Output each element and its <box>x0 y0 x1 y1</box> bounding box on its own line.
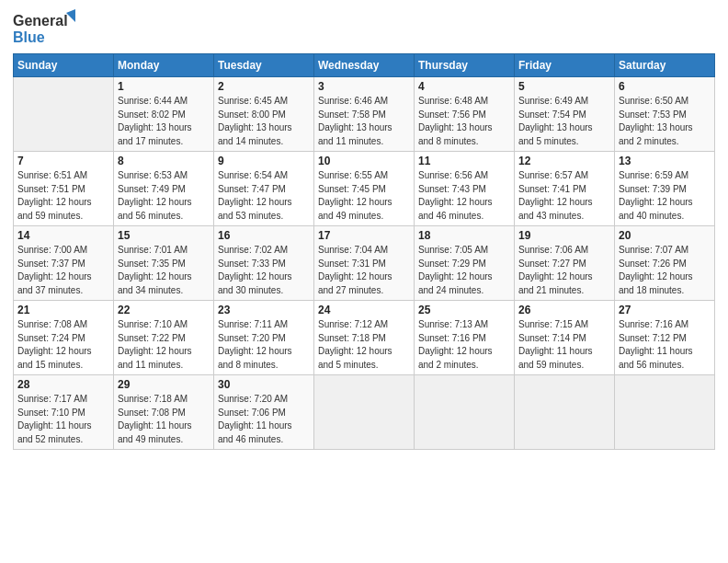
calendar-cell: 6Sunrise: 6:50 AM Sunset: 7:53 PM Daylig… <box>615 77 715 152</box>
calendar-cell: 14Sunrise: 7:00 AM Sunset: 7:37 PM Dayli… <box>14 226 114 301</box>
calendar-week-row: 7Sunrise: 6:51 AM Sunset: 7:51 PM Daylig… <box>14 152 715 226</box>
day-info: Sunrise: 6:55 AM Sunset: 7:45 PM Dayligh… <box>318 169 410 223</box>
day-info: Sunrise: 7:00 AM Sunset: 7:37 PM Dayligh… <box>17 244 109 297</box>
day-number: 27 <box>619 304 711 316</box>
svg-text:General: General <box>13 13 68 29</box>
logo-svg: GeneralBlue <box>13 9 77 48</box>
day-number: 19 <box>518 229 610 242</box>
calendar-week-row: 28Sunrise: 7:17 AM Sunset: 7:10 PM Dayli… <box>14 375 715 450</box>
calendar-cell: 27Sunrise: 7:16 AM Sunset: 7:12 PM Dayli… <box>615 301 715 375</box>
calendar-cell: 17Sunrise: 7:04 AM Sunset: 7:31 PM Dayli… <box>314 226 415 301</box>
calendar-cell <box>515 375 615 450</box>
day-number: 15 <box>118 229 210 242</box>
calendar-cell: 7Sunrise: 6:51 AM Sunset: 7:51 PM Daylig… <box>14 152 114 226</box>
svg-text:Blue: Blue <box>13 29 45 45</box>
day-info: Sunrise: 7:18 AM Sunset: 7:08 PM Dayligh… <box>118 393 210 446</box>
day-number: 29 <box>118 378 210 391</box>
day-info: Sunrise: 7:08 AM Sunset: 7:24 PM Dayligh… <box>17 318 109 372</box>
day-number: 20 <box>619 229 711 242</box>
day-number: 28 <box>17 378 109 391</box>
day-info: Sunrise: 7:04 AM Sunset: 7:31 PM Dayligh… <box>318 244 410 297</box>
calendar-header-row: SundayMondayTuesdayWednesdayThursdayFrid… <box>14 54 715 77</box>
day-number: 10 <box>318 155 410 167</box>
day-info: Sunrise: 6:44 AM Sunset: 8:02 PM Dayligh… <box>118 95 210 148</box>
day-number: 7 <box>17 155 109 167</box>
day-number: 23 <box>218 304 310 316</box>
calendar-cell: 29Sunrise: 7:18 AM Sunset: 7:08 PM Dayli… <box>114 375 214 450</box>
calendar-table: SundayMondayTuesdayWednesdayThursdayFrid… <box>13 53 715 450</box>
calendar-week-row: 21Sunrise: 7:08 AM Sunset: 7:24 PM Dayli… <box>14 301 715 375</box>
calendar-cell: 16Sunrise: 7:02 AM Sunset: 7:33 PM Dayli… <box>214 226 314 301</box>
calendar-cell: 13Sunrise: 6:59 AM Sunset: 7:39 PM Dayli… <box>615 152 715 226</box>
day-info: Sunrise: 7:01 AM Sunset: 7:35 PM Dayligh… <box>118 244 210 297</box>
day-info: Sunrise: 7:10 AM Sunset: 7:22 PM Dayligh… <box>118 318 210 372</box>
calendar-cell <box>314 375 415 450</box>
calendar-cell: 1Sunrise: 6:44 AM Sunset: 8:02 PM Daylig… <box>114 77 214 152</box>
calendar-cell: 28Sunrise: 7:17 AM Sunset: 7:10 PM Dayli… <box>14 375 114 450</box>
day-number: 18 <box>418 229 510 242</box>
day-number: 25 <box>418 304 510 316</box>
logo: GeneralBlue <box>13 9 77 48</box>
day-number: 21 <box>17 304 109 316</box>
calendar-cell: 30Sunrise: 7:20 AM Sunset: 7:06 PM Dayli… <box>214 375 314 450</box>
calendar-header-saturday: Saturday <box>615 54 715 77</box>
calendar-cell: 12Sunrise: 6:57 AM Sunset: 7:41 PM Dayli… <box>515 152 615 226</box>
day-info: Sunrise: 7:17 AM Sunset: 7:10 PM Dayligh… <box>17 393 109 446</box>
day-number: 5 <box>518 80 610 93</box>
day-number: 26 <box>518 304 610 316</box>
calendar-cell: 21Sunrise: 7:08 AM Sunset: 7:24 PM Dayli… <box>14 301 114 375</box>
calendar-cell: 24Sunrise: 7:12 AM Sunset: 7:18 PM Dayli… <box>314 301 415 375</box>
calendar-cell: 3Sunrise: 6:46 AM Sunset: 7:58 PM Daylig… <box>314 77 415 152</box>
day-number: 3 <box>318 80 410 93</box>
day-info: Sunrise: 7:16 AM Sunset: 7:12 PM Dayligh… <box>619 318 711 372</box>
day-number: 11 <box>418 155 510 167</box>
page: GeneralBlue SundayMondayTuesdayWednesday… <box>0 0 728 563</box>
calendar-cell: 11Sunrise: 6:56 AM Sunset: 7:43 PM Dayli… <box>415 152 515 226</box>
day-number: 16 <box>218 229 310 242</box>
calendar-header-thursday: Thursday <box>415 54 515 77</box>
day-info: Sunrise: 7:20 AM Sunset: 7:06 PM Dayligh… <box>218 393 310 446</box>
day-info: Sunrise: 7:06 AM Sunset: 7:27 PM Dayligh… <box>518 244 610 297</box>
day-number: 8 <box>118 155 210 167</box>
day-number: 13 <box>619 155 711 167</box>
calendar-cell: 18Sunrise: 7:05 AM Sunset: 7:29 PM Dayli… <box>415 226 515 301</box>
day-number: 6 <box>619 80 711 93</box>
calendar-cell: 15Sunrise: 7:01 AM Sunset: 7:35 PM Dayli… <box>114 226 214 301</box>
day-info: Sunrise: 7:05 AM Sunset: 7:29 PM Dayligh… <box>418 244 510 297</box>
calendar-cell: 9Sunrise: 6:54 AM Sunset: 7:47 PM Daylig… <box>214 152 314 226</box>
calendar-header-monday: Monday <box>114 54 214 77</box>
day-number: 30 <box>218 378 310 391</box>
day-info: Sunrise: 6:49 AM Sunset: 7:54 PM Dayligh… <box>518 95 610 148</box>
day-info: Sunrise: 6:53 AM Sunset: 7:49 PM Dayligh… <box>118 169 210 223</box>
day-number: 12 <box>518 155 610 167</box>
calendar-cell: 20Sunrise: 7:07 AM Sunset: 7:26 PM Dayli… <box>615 226 715 301</box>
calendar-header-tuesday: Tuesday <box>214 54 314 77</box>
calendar-week-row: 1Sunrise: 6:44 AM Sunset: 8:02 PM Daylig… <box>14 77 715 152</box>
calendar-cell: 26Sunrise: 7:15 AM Sunset: 7:14 PM Dayli… <box>515 301 615 375</box>
day-info: Sunrise: 6:54 AM Sunset: 7:47 PM Dayligh… <box>218 169 310 223</box>
calendar-cell <box>14 77 114 152</box>
day-info: Sunrise: 7:02 AM Sunset: 7:33 PM Dayligh… <box>218 244 310 297</box>
calendar-header-friday: Friday <box>515 54 615 77</box>
day-info: Sunrise: 6:51 AM Sunset: 7:51 PM Dayligh… <box>17 169 109 223</box>
day-info: Sunrise: 7:12 AM Sunset: 7:18 PM Dayligh… <box>318 318 410 372</box>
calendar-cell <box>615 375 715 450</box>
day-info: Sunrise: 7:07 AM Sunset: 7:26 PM Dayligh… <box>619 244 711 297</box>
day-info: Sunrise: 7:13 AM Sunset: 7:16 PM Dayligh… <box>418 318 510 372</box>
day-info: Sunrise: 6:50 AM Sunset: 7:53 PM Dayligh… <box>619 95 711 148</box>
calendar-cell: 19Sunrise: 7:06 AM Sunset: 7:27 PM Dayli… <box>515 226 615 301</box>
calendar-cell: 5Sunrise: 6:49 AM Sunset: 7:54 PM Daylig… <box>515 77 615 152</box>
day-info: Sunrise: 6:59 AM Sunset: 7:39 PM Dayligh… <box>619 169 711 223</box>
calendar-cell: 23Sunrise: 7:11 AM Sunset: 7:20 PM Dayli… <box>214 301 314 375</box>
day-number: 2 <box>218 80 310 93</box>
calendar-week-row: 14Sunrise: 7:00 AM Sunset: 7:37 PM Dayli… <box>14 226 715 301</box>
calendar-cell: 4Sunrise: 6:48 AM Sunset: 7:56 PM Daylig… <box>415 77 515 152</box>
calendar-header-sunday: Sunday <box>14 54 114 77</box>
day-info: Sunrise: 7:11 AM Sunset: 7:20 PM Dayligh… <box>218 318 310 372</box>
calendar-cell <box>415 375 515 450</box>
calendar-header-wednesday: Wednesday <box>314 54 415 77</box>
day-number: 1 <box>118 80 210 93</box>
day-info: Sunrise: 6:56 AM Sunset: 7:43 PM Dayligh… <box>418 169 510 223</box>
day-number: 17 <box>318 229 410 242</box>
calendar-cell: 2Sunrise: 6:45 AM Sunset: 8:00 PM Daylig… <box>214 77 314 152</box>
